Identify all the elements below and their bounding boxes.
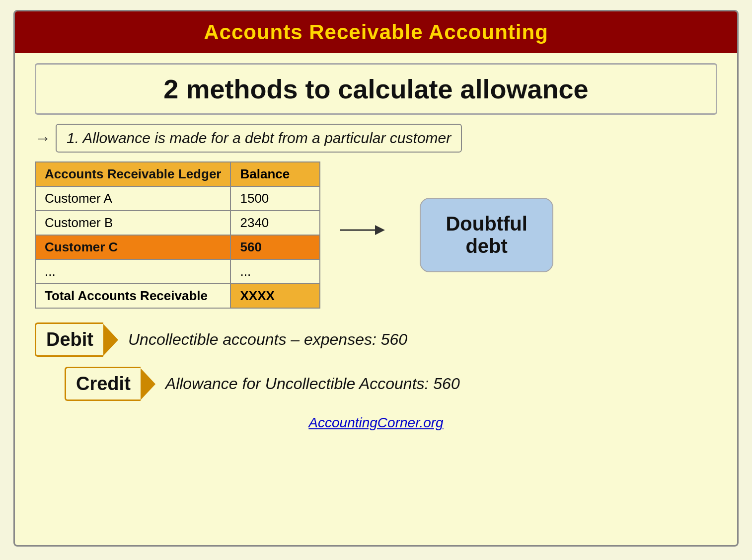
debit-row: Debit Uncollectible accounts – expenses:… [35,322,717,357]
method1-arrow: → [35,129,51,148]
table-row: Customer B 2340 [35,211,320,235]
debit-description: Uncollectible accounts – expenses: 560 [128,330,407,349]
total-name: Total Accounts Receivable [35,284,230,308]
credit-arrow-icon [141,368,155,400]
dots-balance: ... [230,259,320,284]
credit-description: Allowance for Uncollectible Accounts: 56… [165,375,460,393]
footer: AccountingCorner.org [35,415,717,431]
ledger-header-name: Accounts Receivable Ledger [35,162,230,186]
table-header-row: Accounts Receivable Ledger Balance [35,162,320,186]
method1-description: 1. Allowance is made for a debt from a p… [56,124,462,153]
page-title: Accounts Receivable Accounting [30,20,722,44]
main-container: Accounts Receivable Accounting 2 methods… [13,10,739,547]
table-row: ... ... [35,259,320,284]
main-content: 2 methods to calculate allowance → 1. Al… [15,53,737,545]
debit-badge-wrapper: Debit [35,322,118,357]
customer-a-name: Customer A [35,186,230,211]
credit-row: Credit Allowance for Uncollectible Accou… [35,367,717,401]
dots-name: ... [35,259,230,284]
l-arrow-icon [340,215,390,255]
debit-arrow-icon [103,324,118,356]
svg-marker-1 [375,225,385,235]
table-row: Total Accounts Receivable XXXX [35,284,320,308]
customer-c-balance: 560 [230,235,320,259]
credit-label: Credit [65,367,141,401]
doubtful-debt-box: Doubtful debt [420,198,553,272]
methods-title: 2 methods to calculate allowance [51,74,701,104]
customer-b-balance: 2340 [230,211,320,235]
debit-label: Debit [35,322,103,357]
credit-badge-wrapper: Credit [65,367,155,401]
ledger-header-balance: Balance [230,162,320,186]
debit-credit-section: Debit Uncollectible accounts – expenses:… [35,322,717,401]
doubtful-line1: Doubtful [446,213,527,235]
total-balance: XXXX [230,284,320,308]
ledger-table: Accounts Receivable Ledger Balance Custo… [35,161,320,309]
methods-box: 2 methods to calculate allowance [35,63,717,115]
customer-c-name: Customer C [35,235,230,259]
customer-b-name: Customer B [35,211,230,235]
method1-line: → 1. Allowance is made for a debt from a… [35,124,717,153]
header-bar: Accounts Receivable Accounting [15,11,737,53]
table-row: Customer A 1500 [35,186,320,211]
ledger-section: Accounts Receivable Ledger Balance Custo… [35,161,717,309]
table-row: Customer C 560 [35,235,320,259]
ledger-arrow-container [340,215,390,255]
footer-link[interactable]: AccountingCorner.org [308,415,443,430]
doubtful-line2: debt [446,235,527,257]
customer-a-balance: 1500 [230,186,320,211]
